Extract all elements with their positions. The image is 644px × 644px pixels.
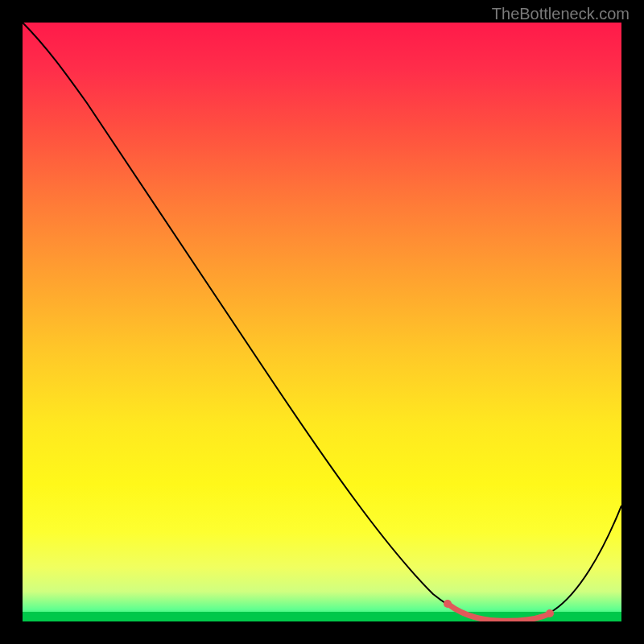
watermark-text: TheBottleneck.com [492,5,630,23]
chart-svg [23,23,621,621]
optimal-range-highlight [448,604,550,621]
bottleneck-curve-line [23,23,621,621]
highlight-start-dot [444,600,452,608]
highlight-end-dot [546,609,554,617]
chart-plot-area [23,23,621,621]
